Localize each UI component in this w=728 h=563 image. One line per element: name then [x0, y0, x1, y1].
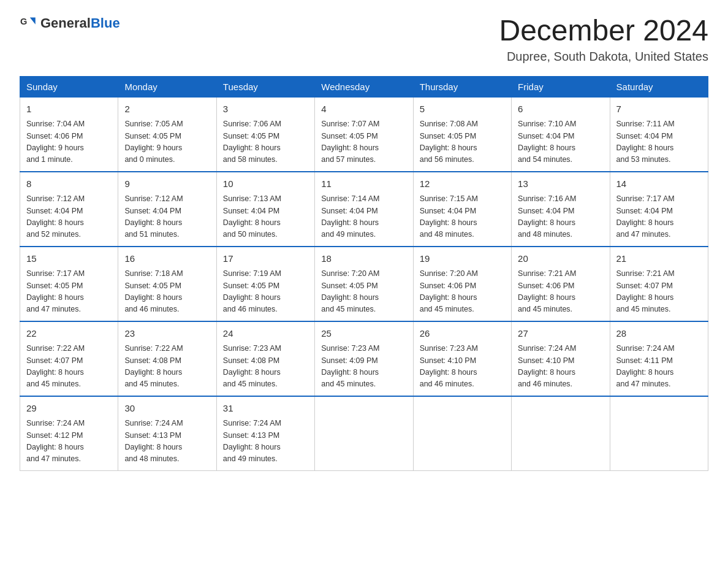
- day-info: Sunrise: 7:21 AMSunset: 4:06 PMDaylight:…: [518, 268, 603, 316]
- calendar-cell: 4 Sunrise: 7:07 AMSunset: 4:05 PMDayligh…: [315, 97, 413, 172]
- day-number: 13: [518, 177, 603, 191]
- calendar-cell: 2 Sunrise: 7:05 AMSunset: 4:05 PMDayligh…: [118, 97, 216, 172]
- day-info: Sunrise: 7:22 AMSunset: 4:08 PMDaylight:…: [124, 343, 210, 391]
- day-info: Sunrise: 7:24 AMSunset: 4:10 PMDaylight:…: [518, 343, 603, 391]
- calendar-cell: 9 Sunrise: 7:12 AMSunset: 4:04 PMDayligh…: [118, 172, 216, 247]
- day-number: 20: [518, 252, 603, 266]
- day-number: 19: [420, 252, 505, 266]
- calendar-cell: 21 Sunrise: 7:21 AMSunset: 4:07 PMDaylig…: [610, 247, 708, 321]
- logo-wordmark: GeneralBlue: [40, 15, 120, 31]
- calendar-cell: 31 Sunrise: 7:24 AMSunset: 4:13 PMDaylig…: [216, 396, 314, 471]
- day-info: Sunrise: 7:10 AMSunset: 4:04 PMDaylight:…: [518, 118, 603, 166]
- calendar-cell: 11 Sunrise: 7:14 AMSunset: 4:04 PMDaylig…: [315, 172, 413, 247]
- day-number: 28: [616, 327, 702, 341]
- day-number: 2: [124, 102, 210, 117]
- header-monday: Monday: [118, 76, 216, 97]
- calendar-cell: 19 Sunrise: 7:20 AMSunset: 4:06 PMDaylig…: [413, 247, 511, 321]
- day-number: 11: [321, 177, 406, 191]
- day-number: 22: [26, 327, 112, 341]
- day-info: Sunrise: 7:04 AMSunset: 4:06 PMDaylight:…: [26, 118, 112, 166]
- day-number: 25: [321, 327, 406, 341]
- header-sunday: Sunday: [20, 76, 118, 97]
- week-row-1: 1 Sunrise: 7:04 AMSunset: 4:06 PMDayligh…: [20, 97, 708, 172]
- calendar-cell: 16 Sunrise: 7:18 AMSunset: 4:05 PMDaylig…: [118, 247, 216, 321]
- svg-marker-1: [30, 17, 36, 24]
- calendar-body: 1 Sunrise: 7:04 AMSunset: 4:06 PMDayligh…: [20, 97, 708, 470]
- calendar-cell: 17 Sunrise: 7:19 AMSunset: 4:05 PMDaylig…: [216, 247, 314, 321]
- day-number: 1: [26, 102, 112, 117]
- day-info: Sunrise: 7:24 AMSunset: 4:13 PMDaylight:…: [124, 418, 210, 465]
- calendar-cell: 13 Sunrise: 7:16 AMSunset: 4:04 PMDaylig…: [512, 172, 610, 247]
- day-info: Sunrise: 7:17 AMSunset: 4:05 PMDaylight:…: [26, 268, 112, 316]
- week-row-2: 8 Sunrise: 7:12 AMSunset: 4:04 PMDayligh…: [20, 172, 708, 247]
- header-tuesday: Tuesday: [216, 76, 314, 97]
- day-number: 12: [420, 177, 505, 191]
- calendar-cell: 25 Sunrise: 7:23 AMSunset: 4:09 PMDaylig…: [315, 321, 413, 396]
- day-info: Sunrise: 7:23 AMSunset: 4:10 PMDaylight:…: [420, 343, 505, 391]
- day-number: 23: [124, 327, 210, 341]
- day-info: Sunrise: 7:13 AMSunset: 4:04 PMDaylight:…: [223, 193, 308, 241]
- week-row-3: 15 Sunrise: 7:17 AMSunset: 4:05 PMDaylig…: [20, 247, 708, 321]
- calendar-cell: 27 Sunrise: 7:24 AMSunset: 4:10 PMDaylig…: [512, 321, 610, 396]
- calendar-cell: 3 Sunrise: 7:06 AMSunset: 4:05 PMDayligh…: [216, 97, 314, 172]
- day-number: 21: [616, 252, 702, 266]
- day-number: 8: [26, 177, 112, 191]
- day-number: 18: [321, 252, 406, 266]
- day-number: 24: [223, 327, 308, 341]
- location-subtitle: Dupree, South Dakota, United States: [499, 50, 708, 64]
- day-info: Sunrise: 7:22 AMSunset: 4:07 PMDaylight:…: [26, 343, 112, 391]
- calendar-cell: 8 Sunrise: 7:12 AMSunset: 4:04 PMDayligh…: [20, 172, 118, 247]
- calendar-cell: 5 Sunrise: 7:08 AMSunset: 4:05 PMDayligh…: [413, 97, 511, 172]
- logo-icon: G: [20, 15, 37, 32]
- day-info: Sunrise: 7:15 AMSunset: 4:04 PMDaylight:…: [420, 193, 505, 241]
- day-info: Sunrise: 7:05 AMSunset: 4:05 PMDaylight:…: [124, 118, 210, 166]
- day-info: Sunrise: 7:17 AMSunset: 4:04 PMDaylight:…: [616, 193, 702, 241]
- day-number: 5: [420, 102, 505, 117]
- logo-general: General: [40, 15, 91, 31]
- calendar-table: SundayMondayTuesdayWednesdayThursdayFrid…: [20, 76, 708, 471]
- week-row-5: 29 Sunrise: 7:24 AMSunset: 4:12 PMDaylig…: [20, 396, 708, 471]
- day-number: 7: [616, 102, 702, 117]
- day-number: 30: [124, 402, 210, 416]
- month-title: December 2024: [499, 15, 708, 47]
- day-number: 17: [223, 252, 308, 266]
- day-number: 10: [223, 177, 308, 191]
- calendar-cell: 10 Sunrise: 7:13 AMSunset: 4:04 PMDaylig…: [216, 172, 314, 247]
- day-info: Sunrise: 7:08 AMSunset: 4:05 PMDaylight:…: [420, 118, 505, 166]
- day-info: Sunrise: 7:06 AMSunset: 4:05 PMDaylight:…: [223, 118, 308, 166]
- day-number: 6: [518, 102, 603, 117]
- day-info: Sunrise: 7:14 AMSunset: 4:04 PMDaylight:…: [321, 193, 406, 241]
- calendar-cell: [610, 396, 708, 471]
- calendar-cell: 24 Sunrise: 7:23 AMSunset: 4:08 PMDaylig…: [216, 321, 314, 396]
- day-info: Sunrise: 7:23 AMSunset: 4:09 PMDaylight:…: [321, 343, 406, 391]
- calendar-cell: 22 Sunrise: 7:22 AMSunset: 4:07 PMDaylig…: [20, 321, 118, 396]
- calendar-cell: 14 Sunrise: 7:17 AMSunset: 4:04 PMDaylig…: [610, 172, 708, 247]
- day-number: 14: [616, 177, 702, 191]
- calendar-cell: 12 Sunrise: 7:15 AMSunset: 4:04 PMDaylig…: [413, 172, 511, 247]
- calendar-header: SundayMondayTuesdayWednesdayThursdayFrid…: [20, 76, 708, 97]
- header-row: SundayMondayTuesdayWednesdayThursdayFrid…: [20, 76, 708, 97]
- day-info: Sunrise: 7:07 AMSunset: 4:05 PMDaylight:…: [321, 118, 406, 166]
- day-number: 15: [26, 252, 112, 266]
- header-wednesday: Wednesday: [315, 76, 413, 97]
- calendar-cell: 1 Sunrise: 7:04 AMSunset: 4:06 PMDayligh…: [20, 97, 118, 172]
- day-info: Sunrise: 7:19 AMSunset: 4:05 PMDaylight:…: [223, 268, 308, 316]
- title-block: December 2024 Dupree, South Dakota, Unit…: [499, 15, 708, 64]
- calendar-cell: [512, 396, 610, 471]
- header-friday: Friday: [512, 76, 610, 97]
- calendar-cell: 20 Sunrise: 7:21 AMSunset: 4:06 PMDaylig…: [512, 247, 610, 321]
- calendar-cell: 7 Sunrise: 7:11 AMSunset: 4:04 PMDayligh…: [610, 97, 708, 172]
- day-number: 29: [26, 402, 112, 416]
- day-info: Sunrise: 7:20 AMSunset: 4:05 PMDaylight:…: [321, 268, 406, 316]
- day-info: Sunrise: 7:20 AMSunset: 4:06 PMDaylight:…: [420, 268, 505, 316]
- calendar-cell: [413, 396, 511, 471]
- day-number: 4: [321, 102, 406, 117]
- calendar-cell: 15 Sunrise: 7:17 AMSunset: 4:05 PMDaylig…: [20, 247, 118, 321]
- calendar-cell: 29 Sunrise: 7:24 AMSunset: 4:12 PMDaylig…: [20, 396, 118, 471]
- day-info: Sunrise: 7:18 AMSunset: 4:05 PMDaylight:…: [124, 268, 210, 316]
- logo: G GeneralBlue: [20, 15, 120, 32]
- calendar-cell: 6 Sunrise: 7:10 AMSunset: 4:04 PMDayligh…: [512, 97, 610, 172]
- header-thursday: Thursday: [413, 76, 511, 97]
- page-header: G GeneralBlue December 2024 Dupree, Sout…: [20, 15, 708, 64]
- calendar-cell: 18 Sunrise: 7:20 AMSunset: 4:05 PMDaylig…: [315, 247, 413, 321]
